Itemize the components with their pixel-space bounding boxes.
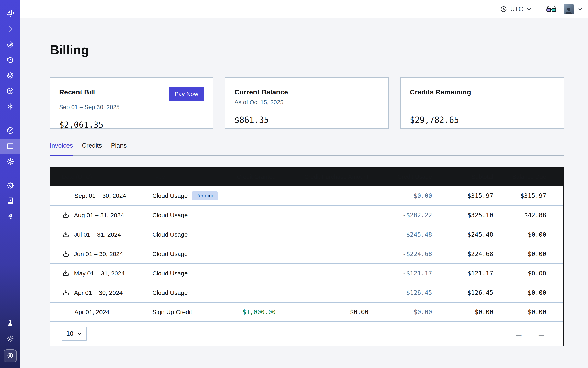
subtotal-value: $245.48 (432, 231, 493, 238)
next-page-button[interactable]: → (537, 329, 546, 338)
collapse-expand-button[interactable] (0, 22, 20, 37)
invoices-table: Date (UTC) Type Credit Granted Credit Pu… (50, 167, 564, 346)
card-subtitle: As of Oct 15, 2025 (235, 99, 379, 107)
sidebar-item-getting-started[interactable] (0, 209, 20, 225)
glasses-icon[interactable] (546, 5, 557, 13)
card-subtitle (410, 99, 555, 107)
card-amount: $29,782.65 (410, 115, 555, 125)
column-header: Credit Granted (220, 174, 276, 180)
clock-icon (500, 6, 507, 13)
download-invoice-button[interactable] (62, 231, 70, 238)
download-invoice-button[interactable] (62, 212, 70, 219)
chevron-down-icon (526, 6, 532, 12)
sidebar-item-support[interactable] (0, 178, 20, 194)
invoice-date: Apr 01, 2024 (74, 309, 109, 316)
credit-usage-value: -$126.45 (368, 289, 432, 296)
download-icon (62, 212, 70, 219)
download-invoice-button[interactable] (62, 289, 70, 296)
chevron-down-icon (77, 331, 82, 336)
current-balance-card: Current Balance As of Oct 15, 2025 $861.… (225, 77, 389, 129)
layers-icon (6, 71, 15, 81)
balance-due-value: $0.00 (493, 231, 546, 238)
invoice-type: Cloud Usage (152, 192, 188, 199)
sidebar-item-history[interactable] (0, 53, 20, 68)
invoice-type: Cloud Usage (152, 250, 188, 258)
asterisk-icon (6, 102, 15, 111)
tab-credits[interactable]: Credits (82, 142, 102, 156)
credit-card-icon (6, 142, 15, 151)
sidebar-item-usage[interactable] (0, 123, 20, 139)
download-icon (62, 289, 70, 296)
table-row: Apr 01, 2024 Sign Up Credit $1,000.00 $0… (50, 302, 563, 322)
credit-purchase-value: $0.00 (276, 308, 368, 316)
invoice-type: Sign Up Credit (152, 309, 192, 316)
gauge-icon (6, 126, 15, 136)
table-row: Jun 01 – 30, 2024 Cloud Usage -$224.68 $… (50, 244, 563, 263)
card-title: Current Balance (235, 88, 288, 96)
app-window: UTC Billing Recent Bill Pay Now Sep 01 –… (0, 0, 588, 368)
balance-due-value: $0.00 (493, 289, 546, 296)
column-header: Subtotal (432, 174, 493, 180)
dollar-badge-icon (6, 351, 14, 360)
subtotal-value: $224.68 (432, 250, 493, 258)
summary-cards: Recent Bill Pay Now Sep 01 – Sep 30, 202… (50, 77, 564, 129)
pagination-controls: ← → (514, 329, 546, 338)
download-invoice-button[interactable] (62, 270, 70, 277)
topbar: UTC (20, 0, 588, 18)
table-row: Apr 01 – 30, 2024 Cloud Usage -$126.45 $… (50, 283, 563, 302)
credit-usage-value: -$282.22 (368, 212, 432, 219)
rocket-icon (6, 212, 15, 222)
column-header: Balance Due (493, 174, 546, 180)
subtotal-value: $315.97 (432, 192, 493, 199)
sidebar-item-billing[interactable] (0, 139, 20, 154)
download-icon (62, 270, 70, 277)
credit-usage-value: $0.00 (368, 192, 432, 199)
previous-page-button[interactable]: ← (514, 329, 523, 338)
tab-invoices[interactable]: Invoices (50, 142, 73, 156)
invoice-date: Apr 01 – 30, 2024 (74, 289, 123, 296)
timezone-selector[interactable]: UTC (500, 6, 532, 13)
app-logo[interactable] (0, 6, 20, 22)
table-row: Sept 01 – 30, 2024 Cloud UsagePending $0… (50, 186, 563, 205)
flask-icon (6, 319, 15, 328)
invoice-date: Jul 01 – 31, 2024 (74, 231, 121, 238)
sidebar-item-docs[interactable] (0, 194, 20, 209)
status-badge: Pending (192, 191, 218, 200)
sidebar-item-cube[interactable] (0, 84, 20, 99)
table-footer: 10 ← → (50, 322, 563, 346)
invoice-type: Cloud Usage (152, 212, 188, 219)
helm-icon (6, 181, 15, 191)
credit-granted-value: $1,000.00 (220, 308, 276, 316)
timezone-label: UTC (510, 6, 523, 13)
credits-button[interactable] (4, 350, 17, 362)
page-title: Billing (50, 42, 564, 57)
subtotal-value: $325.10 (432, 212, 493, 219)
invoice-type: Cloud Usage (152, 289, 188, 296)
page-size-select[interactable]: 10 (62, 327, 87, 341)
download-invoice-button[interactable] (62, 250, 70, 258)
pay-now-button[interactable]: Pay Now (169, 87, 204, 101)
sidebar-item-asterisk[interactable] (0, 99, 20, 115)
recent-bill-card: Recent Bill Pay Now Sep 01 – Sep 30, 202… (50, 77, 213, 129)
balance-due-value: $0.00 (493, 250, 546, 258)
chevron-down-icon[interactable] (577, 6, 583, 12)
column-header: Type (152, 174, 220, 180)
invoice-date: Jun 01 – 30, 2024 (74, 250, 123, 258)
card-title: Recent Bill (59, 88, 95, 96)
sidebar-item-monitor[interactable] (0, 37, 20, 53)
card-subtitle: Sep 01 – Sep 30, 2025 (59, 104, 204, 112)
credits-remaining-card: Credits Remaining $29,782.65 (400, 77, 564, 129)
sidebar-item-layers[interactable] (0, 68, 20, 84)
user-avatar[interactable] (563, 4, 574, 15)
subtotal-value: $126.45 (432, 289, 493, 296)
credit-usage-value: -$224.68 (368, 250, 432, 258)
card-amount: $2,061.35 (59, 120, 204, 129)
tab-plans[interactable]: Plans (111, 142, 127, 156)
sidebar-item-settings[interactable] (0, 154, 20, 170)
balance-due-value: $42.88 (493, 212, 546, 219)
balance-due-value: $0.00 (493, 308, 546, 316)
credit-usage-value: $0.00 (368, 308, 432, 316)
theme-toggle-button[interactable] (0, 331, 20, 347)
subtotal-value: $0.00 (432, 308, 493, 316)
sidebar-item-labs[interactable] (0, 316, 20, 331)
